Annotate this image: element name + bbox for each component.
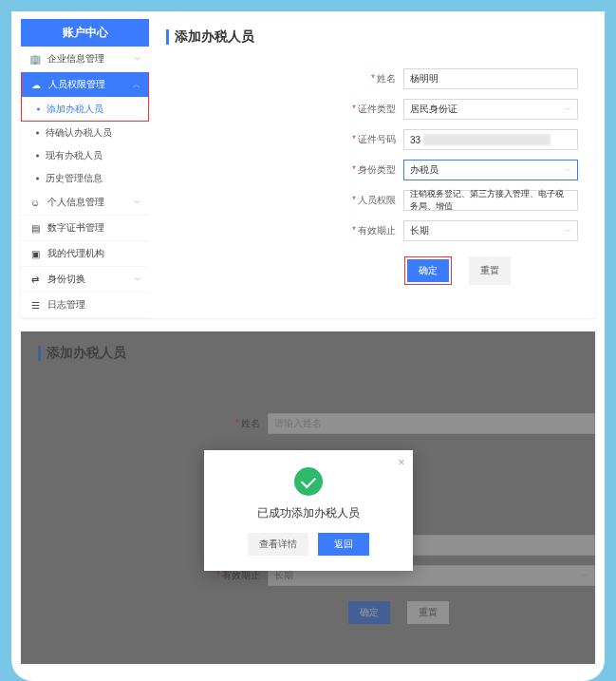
agency-icon: ▣ [28,249,42,259]
label-perm: 人员权限 [358,195,396,205]
label-valid: 有效期止 [358,225,396,236]
sidebar-item-cert[interactable]: ▤ 数字证书管理 [21,216,149,241]
sidebar-item-label: 身份切换 [47,273,85,286]
highlight-box: ☁ 人员权限管理 ︿ 添加办税人员 [21,71,149,122]
sidebar-sub-label: 添加办税人员 [47,104,103,114]
sidebar-item-permission[interactable]: ☁ 人员权限管理 ︿ [22,72,148,98]
sidebar-sub-history[interactable]: 历史管理信息 [21,167,149,190]
label-role: 身份类型 [358,164,396,175]
sidebar-sub-add-staff[interactable]: 添加办税人员 [22,98,148,121]
sidebar: 账户中心 🏢 企业信息管理 ﹀ ☁ 人员权限管理 ︿ 添加办税人员 [21,19,149,318]
chevron-down-icon: ﹀ [134,198,141,208]
add-staff-form: *姓名 杨明明 *证件类型 居民身份证 ﹀ *证件号码 33 *身份类型 [337,68,578,285]
sidebar-item-label: 个人信息管理 [47,196,104,209]
chevron-down-icon: ﹀ [564,104,571,115]
switch-icon: ⇄ [28,274,42,285]
dot-icon [36,155,39,158]
chevron-down-icon: ﹀ [134,54,141,65]
valid-select[interactable]: 长期 ﹀ [403,220,578,241]
sidebar-item-label: 企业信息管理 [47,52,104,66]
success-check-icon [294,467,323,496]
sidebar-header: 账户中心 [21,19,149,47]
highlight-box: 确定 [404,256,452,285]
sidebar-item-agency[interactable]: ▣ 我的代理机构 [21,241,149,267]
sidebar-item-enterprise-info[interactable]: 🏢 企业信息管理 ﹀ [21,47,149,72]
bottom-panel: 添加办税人员 *姓名 请输入姓名 . . . *人员权限 请点击设置人员权限 *… [21,331,595,664]
success-modal: × 已成功添加办税人员 查看详情 返回 [204,450,413,571]
dot-icon [36,178,39,180]
sidebar-item-personal-info[interactable]: ☺ 个人信息管理 ﹀ [21,190,149,216]
confirm-button[interactable]: 确定 [407,259,449,282]
sidebar-item-log[interactable]: ☰ 日志管理 [21,293,149,318]
building-icon: 🏢 [28,54,42,65]
sidebar-item-label: 我的代理机构 [47,247,104,260]
chevron-up-icon: ︿ [133,80,140,90]
chevron-down-icon: ﹀ [564,226,571,236]
modal-message: 已成功添加办税人员 [217,505,400,521]
dot-icon [37,108,40,111]
user-icon: ☺ [28,198,42,208]
cert-icon: ▤ [28,223,42,234]
log-icon: ☰ [28,300,42,311]
sidebar-sub-pending[interactable]: 待确认办税人员 [21,122,149,144]
back-button[interactable]: 返回 [318,533,369,556]
sidebar-item-label: 日志管理 [47,298,85,312]
select-value: 长期 [410,224,429,237]
top-panel: 账户中心 🏢 企业信息管理 ﹀ ☁ 人员权限管理 ︿ 添加办税人员 [21,19,595,318]
idno-field[interactable]: 33 [403,129,578,150]
reset-button[interactable]: 重置 [469,256,511,285]
role-select[interactable]: 办税员 ﹀ [403,160,578,180]
select-value: 办税员 [410,163,439,177]
page-title: 添加办税人员 [175,28,254,46]
user-shield-icon: ☁ [29,80,43,90]
idtype-select[interactable]: 居民身份证 ﹀ [403,99,578,120]
main-content: 添加办税人员 *姓名 杨明明 *证件类型 居民身份证 ﹀ *证件号码 33 [149,19,595,318]
sidebar-sub-label: 历史管理信息 [46,173,103,183]
view-detail-button[interactable]: 查看详情 [248,533,308,556]
label-idno: 证件号码 [358,134,396,144]
sidebar-item-label: 数字证书管理 [47,221,104,235]
perm-field[interactable]: 注销税务登记、第三方接入管理、电子税务局、增值 [403,190,578,211]
chevron-down-icon: ﹀ [134,274,141,285]
sidebar-item-switch[interactable]: ⇄ 身份切换 ﹀ [21,267,149,293]
label-idtype: 证件类型 [358,104,396,114]
dot-icon [36,132,39,135]
sidebar-item-label: 人员权限管理 [48,78,105,91]
select-value: 居民身份证 [410,103,457,116]
name-field[interactable]: 杨明明 [403,68,578,89]
label-name: 姓名 [377,73,396,84]
sidebar-sub-label: 待确认办税人员 [46,127,112,138]
title-bar [166,29,169,45]
chevron-down-icon: ﹀ [564,165,571,176]
close-icon[interactable]: × [398,456,404,469]
sidebar-sub-existing[interactable]: 现有办税人员 [21,144,149,167]
sidebar-sub-label: 现有办税人员 [46,150,103,161]
